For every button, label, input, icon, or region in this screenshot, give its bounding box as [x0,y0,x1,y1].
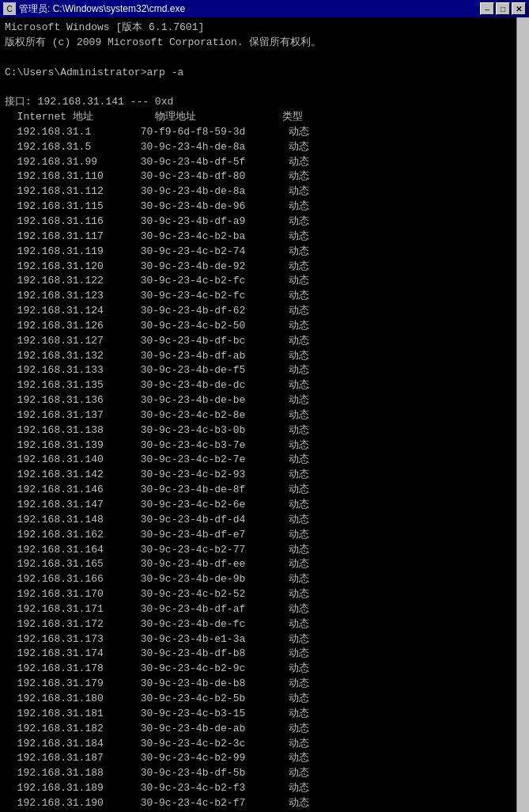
table-row: 192.168.31.179 30-9c-23-4b-de-b8 动态 [5,677,524,692]
table-row: 192.168.31.124 30-9c-23-4b-df-62 动态 [5,304,524,319]
copyright-line: 版权所有 (c) 2009 Microsoft Corporation. 保留所… [5,36,524,51]
table-row: 192.168.31.123 30-9c-23-4c-b2-fc 动态 [5,289,524,304]
table-row: 192.168.31.112 30-9c-23-4b-de-8a 动态 [5,184,524,199]
table-row: 192.168.31.164 30-9c-23-4c-b2-77 动态 [5,543,524,558]
title-bar-left: C 管理员: C:\Windows\system32\cmd.exe [3,2,185,16]
table-row: 192.168.31.187 30-9c-23-4c-b2-99 动态 [5,751,524,766]
arp-table: 192.168.31.1 70-f9-6d-f8-59-3d 动态 192.16… [5,125,524,812]
table-row: 192.168.31.117 30-9c-23-4c-b2-ba 动态 [5,230,524,245]
table-row: 192.168.31.138 30-9c-23-4c-b3-0b 动态 [5,423,524,438]
table-row: 192.168.31.172 30-9c-23-4b-de-fc 动态 [5,617,524,632]
table-row: 192.168.31.137 30-9c-23-4c-b2-8e 动态 [5,408,524,423]
interface-line: 接口: 192.168.31.141 --- 0xd [5,95,524,110]
table-row: 192.168.31.126 30-9c-23-4c-b2-50 动态 [5,319,524,334]
maximize-button[interactable]: □ [496,2,510,15]
ms-windows-line: Microsoft Windows [版本 6.1.7601] [5,21,524,36]
window-title: 管理员: C:\Windows\system32\cmd.exe [19,2,185,16]
table-row: 192.168.31.99 30-9c-23-4b-df-5f 动态 [5,155,524,170]
table-row: 192.168.31.140 30-9c-23-4c-b2-7e 动态 [5,453,524,468]
table-row: 192.168.31.173 30-9c-23-4b-e1-3a 动态 [5,632,524,647]
terminal-content: Microsoft Windows [版本 6.1.7601] 版权所有 (c)… [0,17,529,812]
table-row: 192.168.31.136 30-9c-23-4b-de-be 动态 [5,393,524,408]
table-row: 192.168.31.127 30-9c-23-4b-df-bc 动态 [5,334,524,349]
table-row: 192.168.31.171 30-9c-23-4b-df-af 动态 [5,602,524,617]
table-row: 192.168.31.116 30-9c-23-4b-df-a9 动态 [5,214,524,230]
table-row: 192.168.31.146 30-9c-23-4b-de-8f 动态 [5,483,524,498]
app-icon: C [3,2,16,15]
table-row: 192.168.31.139 30-9c-23-4c-b3-7e 动态 [5,438,524,453]
table-row: 192.168.31.132 30-9c-23-4b-df-ab 动态 [5,349,524,364]
table-row: 192.168.31.1 70-f9-6d-f8-59-3d 动态 [5,125,524,140]
table-row: 192.168.31.147 30-9c-23-4c-b2-6e 动态 [5,498,524,513]
table-row: 192.168.31.182 30-9c-23-4b-de-ab 动态 [5,722,524,737]
col-headers: Internet 地址 物理地址 类型 [5,110,524,125]
table-row: 192.168.31.166 30-9c-23-4b-de-9b 动态 [5,572,524,587]
table-row: 192.168.31.188 30-9c-23-4b-df-5b 动态 [5,766,524,781]
table-row: 192.168.31.184 30-9c-23-4c-b2-3c 动态 [5,737,524,752]
table-row: 192.168.31.190 30-9c-23-4c-b2-f7 动态 [5,796,524,811]
table-row: 192.168.31.142 30-9c-23-4c-b2-93 动态 [5,468,524,483]
table-row: 192.168.31.110 30-9c-23-4b-df-80 动态 [5,169,524,184]
prompt-line: C:\Users\Administrator>arp -a [5,66,524,81]
table-row: 192.168.31.148 30-9c-23-4b-df-d4 动态 [5,513,524,528]
blank-line-2 [5,80,524,95]
table-row: 192.168.31.122 30-9c-23-4c-b2-fc 动态 [5,274,524,289]
table-row: 192.168.31.119 30-9c-23-4c-b2-74 动态 [5,245,524,260]
table-row: 192.168.31.181 30-9c-23-4c-b3-15 动态 [5,707,524,722]
blank-line-1 [5,51,524,66]
table-row: 192.168.31.170 30-9c-23-4c-b2-52 动态 [5,587,524,602]
minimize-button[interactable]: – [480,2,494,15]
close-button[interactable]: ✕ [512,2,526,15]
table-row: 192.168.31.165 30-9c-23-4b-df-ee 动态 [5,557,524,572]
table-row: 192.168.31.120 30-9c-23-4b-de-92 动态 [5,260,524,275]
table-row: 192.168.31.115 30-9c-23-4b-de-96 动态 [5,199,524,214]
table-row: 192.168.31.133 30-9c-23-4b-de-f5 动态 [5,363,524,378]
scrollbar[interactable] [516,17,529,812]
table-row: 192.168.31.174 30-9c-23-4b-df-b8 动态 [5,647,524,662]
table-row: 192.168.31.180 30-9c-23-4c-b2-5b 动态 [5,692,524,707]
table-row: 192.168.31.135 30-9c-23-4b-de-dc 动态 [5,378,524,393]
title-bar: C 管理员: C:\Windows\system32\cmd.exe – □ ✕ [0,0,529,17]
table-row: 192.168.31.5 30-9c-23-4h-de-8a 动态 [5,140,524,155]
table-row: 192.168.31.178 30-9c-23-4c-b2-9c 动态 [5,662,524,677]
title-bar-buttons: – □ ✕ [480,2,526,15]
table-row: 192.168.31.189 30-9c-23-4c-b2-f3 动态 [5,781,524,796]
table-row: 192.168.31.162 30-9c-23-4b-df-e7 动态 [5,528,524,543]
